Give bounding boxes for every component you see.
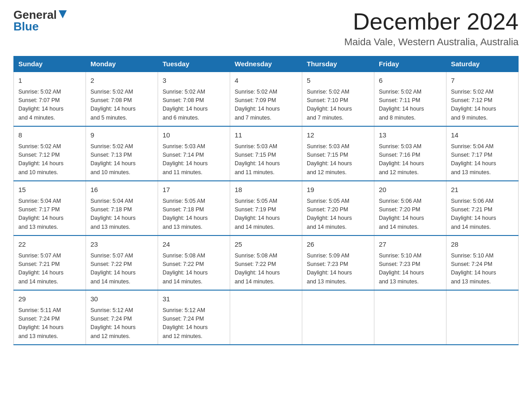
calendar-cell: 7 Sunrise: 5:02 AMSunset: 7:12 PMDayligh… bbox=[446, 72, 519, 126]
calendar-cell: 17 Sunrise: 5:05 AMSunset: 7:18 PMDaylig… bbox=[158, 181, 230, 235]
day-number: 25 bbox=[235, 240, 297, 250]
calendar-cell: 28 Sunrise: 5:10 AMSunset: 7:24 PMDaylig… bbox=[446, 235, 519, 290]
day-number: 22 bbox=[18, 240, 81, 250]
day-info: Sunrise: 5:02 AMSunset: 7:13 PMDaylight:… bbox=[90, 143, 136, 176]
day-number: 2 bbox=[90, 76, 153, 86]
title-block: December 2024 Maida Vale, Western Austra… bbox=[344, 9, 519, 48]
day-info: Sunrise: 5:04 AMSunset: 7:17 PMDaylight:… bbox=[451, 143, 496, 176]
day-info: Sunrise: 5:02 AMSunset: 7:08 PMDaylight:… bbox=[90, 89, 136, 121]
calendar-cell: 11 Sunrise: 5:03 AMSunset: 7:15 PMDaylig… bbox=[230, 126, 302, 181]
day-info: Sunrise: 5:03 AMSunset: 7:15 PMDaylight:… bbox=[307, 143, 352, 176]
calendar-cell: 18 Sunrise: 5:05 AMSunset: 7:19 PMDaylig… bbox=[230, 181, 302, 235]
day-info: Sunrise: 5:04 AMSunset: 7:18 PMDaylight:… bbox=[90, 198, 136, 230]
day-info: Sunrise: 5:08 AMSunset: 7:22 PMDaylight:… bbox=[235, 253, 280, 285]
calendar-title: December 2024 bbox=[344, 9, 519, 34]
col-friday: Friday bbox=[374, 56, 446, 72]
day-info: Sunrise: 5:02 AMSunset: 7:10 PMDaylight:… bbox=[307, 89, 352, 121]
day-number: 12 bbox=[307, 130, 369, 141]
day-number: 9 bbox=[90, 130, 153, 141]
day-number: 14 bbox=[451, 130, 514, 141]
calendar-cell: 25 Sunrise: 5:08 AMSunset: 7:22 PMDaylig… bbox=[230, 235, 302, 290]
day-info: Sunrise: 5:02 AMSunset: 7:09 PMDaylight:… bbox=[235, 89, 280, 121]
calendar-cell: 26 Sunrise: 5:09 AMSunset: 7:23 PMDaylig… bbox=[302, 235, 374, 290]
day-number: 27 bbox=[379, 240, 442, 250]
calendar-cell: 4 Sunrise: 5:02 AMSunset: 7:09 PMDayligh… bbox=[230, 72, 302, 126]
calendar-cell: 2 Sunrise: 5:02 AMSunset: 7:08 PMDayligh… bbox=[86, 72, 158, 126]
day-number: 29 bbox=[18, 294, 81, 304]
col-tuesday: Tuesday bbox=[158, 56, 230, 72]
day-number: 26 bbox=[307, 240, 369, 250]
day-number: 11 bbox=[235, 130, 297, 141]
col-sunday: Sunday bbox=[14, 56, 86, 72]
day-info: Sunrise: 5:02 AMSunset: 7:12 PMDaylight:… bbox=[18, 143, 64, 176]
calendar-cell: 3 Sunrise: 5:02 AMSunset: 7:08 PMDayligh… bbox=[158, 72, 230, 126]
day-info: Sunrise: 5:02 AMSunset: 7:08 PMDaylight:… bbox=[163, 89, 208, 121]
col-monday: Monday bbox=[86, 56, 158, 72]
calendar-cell: 30 Sunrise: 5:12 AMSunset: 7:24 PMDaylig… bbox=[86, 290, 158, 345]
calendar-cell: 22 Sunrise: 5:07 AMSunset: 7:21 PMDaylig… bbox=[14, 235, 86, 290]
day-info: Sunrise: 5:05 AMSunset: 7:20 PMDaylight:… bbox=[307, 198, 352, 230]
calendar-header-row: Sunday Monday Tuesday Wednesday Thursday… bbox=[14, 56, 519, 72]
day-number: 21 bbox=[451, 185, 514, 195]
col-thursday: Thursday bbox=[302, 56, 374, 72]
calendar-cell bbox=[374, 290, 446, 345]
day-info: Sunrise: 5:11 AMSunset: 7:24 PMDaylight:… bbox=[18, 307, 64, 339]
day-info: Sunrise: 5:04 AMSunset: 7:17 PMDaylight:… bbox=[18, 198, 64, 230]
calendar-cell: 14 Sunrise: 5:04 AMSunset: 7:17 PMDaylig… bbox=[446, 126, 519, 181]
day-number: 6 bbox=[379, 76, 442, 86]
calendar-week-5: 29 Sunrise: 5:11 AMSunset: 7:24 PMDaylig… bbox=[14, 290, 519, 345]
day-number: 5 bbox=[307, 76, 369, 86]
calendar-table: Sunday Monday Tuesday Wednesday Thursday… bbox=[13, 56, 519, 345]
calendar-week-4: 22 Sunrise: 5:07 AMSunset: 7:21 PMDaylig… bbox=[14, 235, 519, 290]
calendar-cell: 8 Sunrise: 5:02 AMSunset: 7:12 PMDayligh… bbox=[14, 126, 86, 181]
day-number: 18 bbox=[235, 185, 297, 195]
calendar-cell: 20 Sunrise: 5:06 AMSunset: 7:20 PMDaylig… bbox=[374, 181, 446, 235]
day-info: Sunrise: 5:09 AMSunset: 7:23 PMDaylight:… bbox=[307, 253, 352, 285]
day-number: 16 bbox=[90, 185, 153, 195]
calendar-cell: 19 Sunrise: 5:05 AMSunset: 7:20 PMDaylig… bbox=[302, 181, 374, 235]
day-info: Sunrise: 5:02 AMSunset: 7:12 PMDaylight:… bbox=[451, 89, 496, 121]
day-info: Sunrise: 5:06 AMSunset: 7:20 PMDaylight:… bbox=[379, 198, 424, 230]
calendar-week-2: 8 Sunrise: 5:02 AMSunset: 7:12 PMDayligh… bbox=[14, 126, 519, 181]
day-info: Sunrise: 5:05 AMSunset: 7:18 PMDaylight:… bbox=[163, 198, 208, 230]
day-number: 4 bbox=[235, 76, 297, 86]
day-number: 13 bbox=[379, 130, 442, 141]
day-info: Sunrise: 5:03 AMSunset: 7:16 PMDaylight:… bbox=[379, 143, 424, 176]
day-number: 31 bbox=[163, 294, 225, 304]
calendar-cell: 23 Sunrise: 5:07 AMSunset: 7:22 PMDaylig… bbox=[86, 235, 158, 290]
day-number: 7 bbox=[451, 76, 514, 86]
calendar-cell: 9 Sunrise: 5:02 AMSunset: 7:13 PMDayligh… bbox=[86, 126, 158, 181]
day-number: 23 bbox=[90, 240, 153, 250]
day-info: Sunrise: 5:02 AMSunset: 7:11 PMDaylight:… bbox=[379, 89, 424, 121]
calendar-cell: 27 Sunrise: 5:10 AMSunset: 7:23 PMDaylig… bbox=[374, 235, 446, 290]
calendar-cell bbox=[446, 290, 519, 345]
day-info: Sunrise: 5:07 AMSunset: 7:22 PMDaylight:… bbox=[90, 253, 136, 285]
logo-arrow-icon bbox=[58, 9, 68, 19]
day-info: Sunrise: 5:05 AMSunset: 7:19 PMDaylight:… bbox=[235, 198, 280, 230]
calendar-cell: 1 Sunrise: 5:02 AMSunset: 7:07 PMDayligh… bbox=[14, 72, 86, 126]
day-number: 19 bbox=[307, 185, 369, 195]
day-number: 3 bbox=[163, 76, 225, 86]
calendar-cell: 13 Sunrise: 5:03 AMSunset: 7:16 PMDaylig… bbox=[374, 126, 446, 181]
calendar-cell bbox=[230, 290, 302, 345]
col-saturday: Saturday bbox=[446, 56, 519, 72]
day-info: Sunrise: 5:10 AMSunset: 7:23 PMDaylight:… bbox=[379, 253, 424, 285]
day-info: Sunrise: 5:02 AMSunset: 7:07 PMDaylight:… bbox=[18, 89, 64, 121]
calendar-cell: 5 Sunrise: 5:02 AMSunset: 7:10 PMDayligh… bbox=[302, 72, 374, 126]
day-number: 24 bbox=[163, 240, 225, 250]
calendar-cell: 12 Sunrise: 5:03 AMSunset: 7:15 PMDaylig… bbox=[302, 126, 374, 181]
day-info: Sunrise: 5:03 AMSunset: 7:15 PMDaylight:… bbox=[235, 143, 280, 176]
day-number: 30 bbox=[90, 294, 153, 304]
day-number: 15 bbox=[18, 185, 81, 195]
day-info: Sunrise: 5:07 AMSunset: 7:21 PMDaylight:… bbox=[18, 253, 64, 285]
calendar-cell: 16 Sunrise: 5:04 AMSunset: 7:18 PMDaylig… bbox=[86, 181, 158, 235]
day-info: Sunrise: 5:12 AMSunset: 7:24 PMDaylight:… bbox=[90, 307, 136, 339]
calendar-cell bbox=[302, 290, 374, 345]
day-number: 28 bbox=[451, 240, 514, 250]
calendar-cell: 29 Sunrise: 5:11 AMSunset: 7:24 PMDaylig… bbox=[14, 290, 86, 345]
day-number: 17 bbox=[163, 185, 225, 195]
logo-blue-text: Blue bbox=[13, 21, 39, 32]
day-info: Sunrise: 5:10 AMSunset: 7:24 PMDaylight:… bbox=[451, 253, 496, 285]
day-info: Sunrise: 5:06 AMSunset: 7:21 PMDaylight:… bbox=[451, 198, 496, 230]
day-info: Sunrise: 5:08 AMSunset: 7:22 PMDaylight:… bbox=[163, 253, 208, 285]
